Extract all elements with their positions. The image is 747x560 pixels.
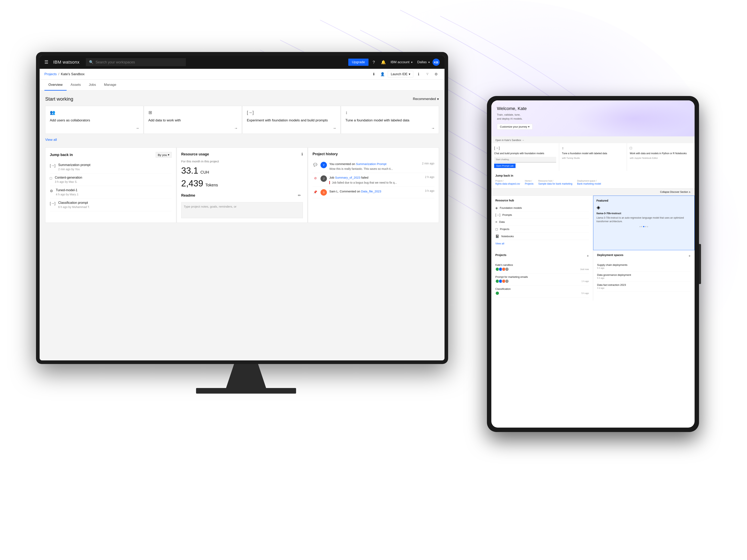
featured-model-name[interactable]: llama-3-70b-instruct — [597, 212, 691, 215]
deploy-item-0[interactable]: Supply chain deployments 5 h ago — [597, 261, 691, 271]
info-icon-button[interactable]: ℹ — [415, 71, 422, 78]
collapse-label: Collapse Discover Section ∧ — [660, 191, 691, 193]
avatar[interactable]: KB — [433, 59, 440, 66]
launch-ide-button[interactable]: Launch IDE ▾ — [388, 71, 413, 77]
tabs-bar: Overview Assets Jobs Manage — [40, 80, 444, 90]
resource-header: Resource usage ℹ — [181, 152, 303, 156]
readme-edit-icon-button[interactable]: ✏ — [296, 192, 303, 199]
dot-2[interactable] — [645, 226, 646, 227]
recommended-filter-button[interactable]: Recommended ▾ — [413, 97, 439, 101]
tablet-project-1[interactable]: Prompt for marketing emails +3 1 h ago — [495, 273, 589, 285]
tablet-card-2[interactable]: □ Work with data and models in Python or… — [627, 143, 695, 171]
tablet-resource-1[interactable]: [→] Prompts — [495, 212, 589, 219]
tab-overview[interactable]: Overview — [45, 80, 67, 90]
tablet-bc-1: Home / Projects — [525, 180, 533, 185]
tablet-jump-back-section: Jump back in Project / flights-data-shap… — [491, 171, 695, 189]
jump-item-3[interactable]: [→] Classification prompt 6 h ago by Muh… — [50, 198, 172, 211]
tablet-resource-view-all[interactable]: View all — [495, 240, 589, 247]
jump-item-0[interactable]: [→] Summarization prompt 2 min ago by Yo… — [50, 161, 172, 174]
card-tune-arrow-icon: → — [431, 126, 435, 130]
view-all-link[interactable]: View all — [45, 138, 57, 142]
mini-avatar-1-count: +3 — [505, 279, 509, 283]
tablet-card-1-icon: ↕ — [562, 146, 624, 150]
tab-jobs[interactable]: Jobs — [85, 80, 100, 90]
tablet-card-0-input[interactable] — [494, 157, 556, 162]
tablet-bc-3-link[interactable]: Bank marketing model — [577, 182, 601, 185]
deploy-item-2[interactable]: Data fact extraction 2023 3 d ago — [597, 282, 691, 291]
jump-item-1[interactable]: □ Content-generation 3 h ago by Max S. — [50, 174, 172, 186]
tablet-card-0-button[interactable]: Open Prompt Lab — [494, 164, 516, 168]
topbar-right: Upgrade ? 🔔 IBM account ▾ Dallas ▾ KB — [348, 58, 440, 66]
settings-icon-button[interactable]: ⚙ — [433, 71, 440, 78]
tablet-resource-4[interactable]: 📓 Notebooks — [495, 233, 589, 240]
history-header: Project history — [312, 152, 434, 156]
resource-info-icon[interactable]: ℹ — [302, 152, 303, 156]
collapse-discover-bar[interactable]: Collapse Discover Section ∧ — [491, 189, 695, 195]
tree-icon-button[interactable]: ⑂ — [424, 71, 431, 78]
jump-item-2-title: Tuned-model-1 — [56, 188, 79, 192]
tablet-content: Welcome, Kate Train, validate, tune,and … — [491, 100, 695, 428]
help-icon-button[interactable]: ? — [369, 58, 378, 66]
tablet-resource-featured-grid: Resource hub ◈ Foundation models [→] Pro… — [491, 195, 695, 250]
tablet-card-1[interactable]: ↕ Tune a foundation model with labeled d… — [559, 143, 627, 171]
card-add-data[interactable]: ⊞ Add data to work with → — [144, 106, 242, 134]
jump-item-2-meta: 4 h ago by Mary J. — [56, 193, 79, 196]
featured-desc: Llama-3-70b-instruct is an auto-regressi… — [597, 216, 691, 223]
tablet-project-0-meta: +5 Just now — [495, 267, 589, 271]
collaborators-icon-button[interactable]: 👤 — [379, 71, 386, 78]
upgrade-button[interactable]: Upgrade — [348, 59, 368, 66]
notifications-icon-button[interactable]: 🔔 — [379, 58, 388, 66]
deploy-item-1[interactable]: Data governance deployment 5 h ago — [597, 271, 691, 282]
card-add-data-title: Add data to work with — [149, 118, 237, 130]
breadcrumb-projects-link[interactable]: Projects — [45, 72, 57, 76]
history-item-2-link[interactable]: Data_file_2023 — [361, 190, 381, 193]
tablet-card-0[interactable]: [→] Chat and build prompts with foundati… — [491, 143, 559, 171]
card-tune[interactable]: ↕ Tune a foundation model with labeled d… — [341, 106, 439, 134]
region-button[interactable]: Dallas ▾ — [415, 58, 432, 66]
app-logo: IBM watsonx — [53, 60, 79, 65]
search-input[interactable] — [96, 60, 183, 64]
tablet-project-0[interactable]: Kate's sandbox +5 Just now — [495, 261, 589, 273]
history-item-1-link[interactable]: Summary_of_2023 — [335, 176, 360, 179]
hamburger-icon[interactable]: ☰ — [45, 60, 48, 65]
tablet-project-1-meta: +3 1 h ago — [495, 279, 589, 283]
tablet-project-1-time: 1 h ago — [582, 280, 589, 283]
tablet-resource-0[interactable]: ◈ Foundation models — [495, 205, 589, 212]
tablet-card-1-sub: with Tuning Studio — [562, 157, 624, 159]
history-item-2-header: Sam L. Commented on Data_file_2023 3 h a… — [329, 189, 434, 194]
tablet-resource-1-icon: [→] — [495, 213, 500, 217]
add-project-icon[interactable]: + — [587, 254, 589, 258]
featured-nav-next-icon[interactable]: › — [647, 225, 648, 228]
tablet-bc-2-link[interactable]: Sample data for bank marketing — [538, 182, 572, 185]
featured-nav-prev-icon[interactable]: ‹ — [640, 225, 640, 228]
history-item-0-link[interactable]: Summarization Prompt — [356, 162, 387, 166]
tablet-resource-3[interactable]: ◻ Projects — [495, 225, 589, 233]
dot-1[interactable] — [643, 226, 644, 227]
jump-item-2[interactable]: ⚙ Tuned-model-1 4 h ago by Mary J. — [50, 186, 172, 198]
history-item-1-time: 2 h ago — [425, 176, 434, 179]
history-item-1-header: Job Summary_of_2023 failed 2 h ago — [329, 176, 434, 180]
tab-manage[interactable]: Manage — [100, 80, 120, 90]
account-button[interactable]: IBM account ▾ — [388, 58, 414, 66]
tablet-bc-1-link[interactable]: Projects — [525, 182, 533, 185]
jump-back-filter-chevron-icon: ▾ — [168, 153, 170, 157]
deploy-2-time: 3 d ago — [597, 287, 691, 289]
cuh-row: 33.1 CUH — [181, 166, 303, 175]
add-deployment-icon[interactable]: + — [688, 254, 691, 258]
tab-assets[interactable]: Assets — [67, 80, 85, 90]
bottom-grid: Jump back in By you ▾ [→] Summariz — [45, 148, 439, 223]
dot-0[interactable] — [641, 226, 642, 227]
tablet-project-2[interactable]: Classification 5 h ago — [495, 285, 589, 297]
customize-journey-button[interactable]: Customize your journey ▾ — [497, 124, 533, 130]
history-item-0-comment-icon: 💬 — [312, 162, 318, 167]
card-experiment[interactable]: [→] Experiment with foundation models an… — [242, 106, 340, 134]
jump-back-filter-button[interactable]: By you ▾ — [156, 152, 172, 158]
account-label: IBM account — [390, 60, 410, 64]
search-bar[interactable]: 🔍 — [86, 58, 186, 66]
tablet-resource-2[interactable]: ≡ Data — [495, 219, 589, 225]
tablet-bc-0-link[interactable]: flights-data-shaped.csv — [495, 182, 520, 185]
tablet-project-0-avatars: +5 — [495, 267, 508, 271]
download-icon-button[interactable]: ⬇ — [370, 71, 377, 78]
tablet-card-0-icon: [→] — [494, 146, 556, 150]
card-add-users[interactable]: 👥 Add users as collaborators → — [45, 106, 144, 134]
